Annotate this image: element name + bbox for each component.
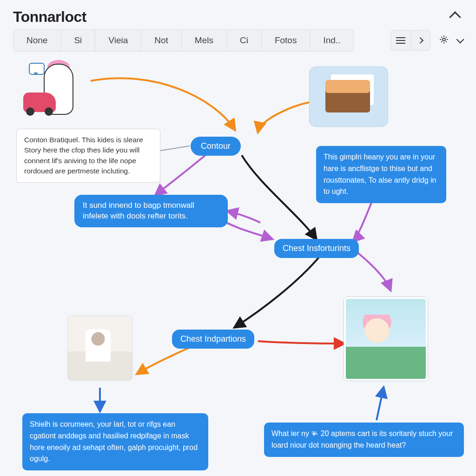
tab-strip: None Si Vieia Not Mels Ci Fotos Ind.. [13,29,354,52]
page-title: Tonnarloct [13,8,86,26]
photo-illustration [67,316,132,381]
header: Tonnarloct [0,0,476,29]
menu-icon[interactable] [391,31,410,50]
gear-icon[interactable] [439,34,449,46]
chevron-right-icon[interactable] [410,31,430,50]
chevron-up-icon[interactable] [449,11,461,23]
tab-none[interactable]: None [13,30,61,51]
view-toggle [390,30,430,51]
callout-bottom-right-blue: What ier ny ⅌ 20 aptems cart is its sori… [264,423,464,457]
callout-right-blue: This gimplri heany you are in your hare … [316,146,446,203]
svg-point-0 [443,38,445,41]
callout-bottom-left-blue: Shielh is corumeen, your larl, tot or ri… [22,413,208,470]
node-sub1[interactable]: It sund innend to bagp tmonwall infelete… [74,195,228,227]
tab-si[interactable]: Si [61,30,95,51]
tab-mels[interactable]: Mels [182,30,227,51]
cartoon-illustration [344,297,428,381]
tab-fotos[interactable]: Fotos [262,30,311,51]
node-contour[interactable]: Contour [191,137,241,156]
diagram-canvas[interactable]: Contour It sund innend to bagp tmonwall … [0,55,476,464]
tab-not[interactable]: Not [141,30,182,51]
toolbar: None Si Vieia Not Mels Ci Fotos Ind.. [0,29,476,55]
toolbar-right [390,30,463,51]
tab-ci[interactable]: Ci [227,30,262,51]
mascot-illustration [23,60,88,120]
tab-vieia[interactable]: Vieia [95,30,141,51]
node-chest-indpartions[interactable]: Chest Indpartions [172,330,254,349]
callout-left-white: Conton Bratiquel. This kides is sleare S… [16,129,160,183]
laptop-illustration [309,66,388,127]
tab-ind[interactable]: Ind.. [310,30,353,51]
node-chest-insforturints[interactable]: Chest Insforturints [274,239,359,258]
chevron-down-icon[interactable] [456,36,464,44]
